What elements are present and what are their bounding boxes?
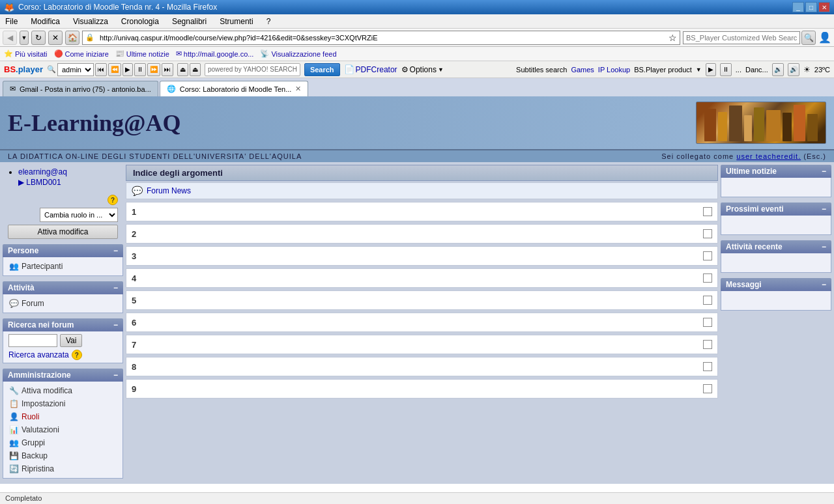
prossimi-eventi-body (721, 216, 831, 235)
menu-visualizza[interactable]: Visualizza (70, 16, 111, 27)
ricerca-collapse[interactable]: − (113, 320, 118, 329)
role-dropdown[interactable]: Cambia ruolo in ... (40, 208, 118, 222)
username[interactable]: user teacheredit. (736, 152, 801, 160)
topic-checkbox-5[interactable] (703, 296, 712, 305)
forum-search-input[interactable] (8, 334, 57, 347)
topic-checkbox-9[interactable] (703, 384, 712, 393)
messaggi-title: Messaggi (726, 280, 762, 289)
controls-prev[interactable]: ⏪ (108, 63, 121, 76)
pause-btn2[interactable]: ⏸ (720, 63, 732, 76)
sidebar-impostazioni[interactable]: 📋 Impostazioni (8, 397, 117, 410)
controls-next-next[interactable]: ⏭ (162, 63, 173, 76)
home-button[interactable]: 🏠 (65, 31, 79, 45)
gruppi-icon: 👥 (8, 438, 19, 448)
pdf-creator-label[interactable]: PDFCreator (356, 65, 397, 74)
messaggi-collapse[interactable]: − (822, 280, 826, 289)
help-icon[interactable]: ? (108, 195, 118, 205)
sidebar-attiva-modifica[interactable]: 🔧 Attiva modifica (8, 384, 117, 397)
games-label[interactable]: Games (571, 66, 594, 74)
eject2-btn[interactable]: ⏏ (190, 63, 201, 76)
tab-close-button[interactable]: ✕ (295, 85, 301, 93)
site-title-text: E-Learning@AQ (8, 109, 181, 137)
extra-controls: ⏏ ⏏ (177, 63, 201, 76)
yahoo-search-button[interactable]: Search (304, 63, 340, 76)
ultime-notizie-collapse[interactable]: − (822, 167, 826, 176)
ip-lookup-label[interactable]: IP Lookup (598, 66, 630, 74)
sidebar-ruoli[interactable]: 👤 Ruoli (8, 410, 117, 423)
bookmark-iniziare[interactable]: 🔴 Come iniziare (54, 49, 109, 58)
vol-down[interactable]: 🔉 (772, 63, 784, 76)
sidebar-backup[interactable]: 💾 Backup (8, 449, 117, 462)
topic-checkbox-4[interactable] (703, 273, 712, 283)
bs-product-label[interactable]: BS.Player product (634, 66, 692, 74)
bs-product-arrow[interactable]: ▼ (696, 66, 702, 73)
sidebar-ripristina[interactable]: 🔄 Ripristina (8, 462, 117, 475)
profile-icon[interactable]: 👤 (818, 31, 831, 44)
topic-checkbox-2[interactable] (703, 229, 712, 238)
topic-checkbox-7[interactable] (703, 340, 712, 349)
persone-collapse[interactable]: − (113, 246, 118, 255)
reload-button[interactable]: ↻ (31, 31, 46, 45)
admin-dropdown[interactable]: admin (57, 63, 94, 76)
topic-row-7: 7 (126, 335, 718, 354)
bookmark-visited[interactable]: ⭐ Più visitati (4, 49, 48, 58)
forum-news-label[interactable]: Forum News (147, 186, 191, 195)
tab-gmail[interactable]: ✉ Gmail - Posta in arrivo (75) - antonio… (3, 81, 158, 96)
forward-dropdown[interactable]: ▼ (20, 31, 29, 45)
eject-btn[interactable]: ⏏ (177, 63, 188, 76)
stop-button[interactable]: ✕ (48, 31, 63, 45)
star-icon[interactable]: ☆ (669, 33, 677, 43)
url-input[interactable] (97, 31, 666, 44)
bookmark-feed[interactable]: 📡 Visualizzazione feed (260, 49, 336, 58)
ricerca-help-icon[interactable]: ? (72, 350, 82, 360)
back-button[interactable]: ◀ (3, 31, 17, 45)
tab-corso[interactable]: 🌐 Corso: Laboratorio di Moodle Ten... ✕ (160, 81, 309, 96)
menu-file[interactable]: File (3, 16, 20, 27)
bookmark-notizie[interactable]: 📰 Ultime notizie (115, 49, 169, 58)
options-label[interactable]: Options (410, 65, 437, 74)
play-btn[interactable]: ▶ (706, 63, 716, 76)
attivita-collapse[interactable]: − (113, 283, 118, 292)
attiva-modifica-button[interactable]: Attiva modifica (8, 225, 118, 239)
maximize-button[interactable]: □ (805, 2, 817, 12)
topic-checkbox-1[interactable] (703, 207, 712, 216)
browser-search-input[interactable] (683, 31, 800, 44)
sidebar-forum[interactable]: 💬 Forum (8, 297, 117, 310)
menu-segnalibri[interactable]: Segnalibri (169, 16, 209, 27)
subtitles-label[interactable]: Subtitles search (516, 66, 567, 74)
menu-modifica[interactable]: Modifica (28, 16, 63, 27)
breadcrumb-home[interactable]: elearning@aq (18, 167, 67, 176)
sidebar-attivita-block: Attività − 💬 Forum (3, 281, 123, 313)
ricerca-avanzata-label[interactable]: Ricerca avanzata (8, 350, 69, 359)
esc-label[interactable]: (Esc.) (803, 152, 826, 160)
controls-next[interactable]: ⏩ (147, 63, 160, 76)
topic-checkbox-8[interactable] (703, 362, 712, 371)
topic-checkbox-3[interactable] (703, 251, 712, 260)
menu-help[interactable]: ? (264, 16, 274, 27)
controls-prev-prev[interactable]: ⏮ (95, 63, 107, 76)
sidebar-partecipanti[interactable]: 👥 Partecipanti (8, 260, 117, 273)
breadcrumb-course[interactable]: ▶ LBMD001 (18, 178, 61, 187)
persone-body: 👥 Partecipanti (3, 257, 123, 276)
menu-cronologia[interactable]: Cronologia (119, 16, 162, 27)
ultime-notizie-body (721, 178, 831, 197)
ricerca-avanzata-row: Ricerca avanzata ? (8, 350, 117, 360)
window-controls[interactable]: _ □ ✕ (792, 2, 830, 12)
close-button[interactable]: ✕ (818, 2, 830, 12)
vol-up[interactable]: 🔊 (788, 63, 799, 76)
attivita-recente-collapse[interactable]: − (822, 242, 826, 251)
prossimi-eventi-collapse[interactable]: − (822, 204, 826, 214)
bookmark-gmail[interactable]: ✉ http://mail.google.co... (176, 49, 254, 58)
search-dropdown-icon[interactable]: 🔍 (47, 65, 56, 74)
sidebar-gruppi[interactable]: 👥 Gruppi (8, 436, 117, 449)
menu-strumenti[interactable]: Strumenti (217, 16, 255, 27)
amministrazione-collapse[interactable]: − (113, 371, 118, 380)
controls-play[interactable]: ▶ (122, 63, 133, 76)
vai-button[interactable]: Vai (60, 334, 82, 347)
options-arrow[interactable]: ▼ (438, 66, 444, 73)
controls-pause[interactable]: ⏸ (134, 63, 146, 76)
sidebar-valutazioni[interactable]: 📊 Valutazioni (8, 423, 117, 436)
minimize-button[interactable]: _ (792, 2, 804, 12)
browser-search-button[interactable]: 🔍 (801, 31, 816, 45)
topic-checkbox-6[interactable] (703, 318, 712, 327)
